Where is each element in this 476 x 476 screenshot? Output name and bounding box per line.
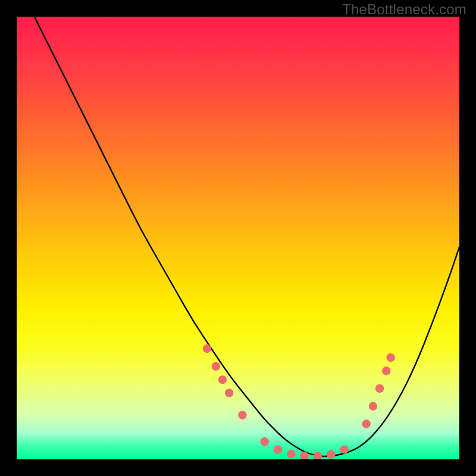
data-marker xyxy=(382,367,390,375)
data-marker xyxy=(225,389,233,397)
data-marker xyxy=(375,384,384,393)
data-marker xyxy=(386,353,394,362)
data-marker xyxy=(274,445,282,453)
data-marker xyxy=(218,375,227,384)
data-marker xyxy=(314,452,322,459)
data-marker xyxy=(362,419,371,428)
data-marker xyxy=(340,445,348,453)
data-marker xyxy=(260,437,268,446)
curve-layer xyxy=(17,17,459,459)
data-marker xyxy=(238,411,246,419)
watermark-text: TheBottleneck.com xyxy=(342,1,466,18)
data-marker xyxy=(369,402,377,411)
bottleneck-curve xyxy=(35,17,459,456)
data-marker xyxy=(212,362,220,371)
chart-frame: TheBottleneck.com xyxy=(0,0,476,476)
data-marker xyxy=(327,450,335,459)
plot-area xyxy=(17,17,459,459)
data-marker xyxy=(203,345,211,353)
data-marker xyxy=(287,450,295,458)
